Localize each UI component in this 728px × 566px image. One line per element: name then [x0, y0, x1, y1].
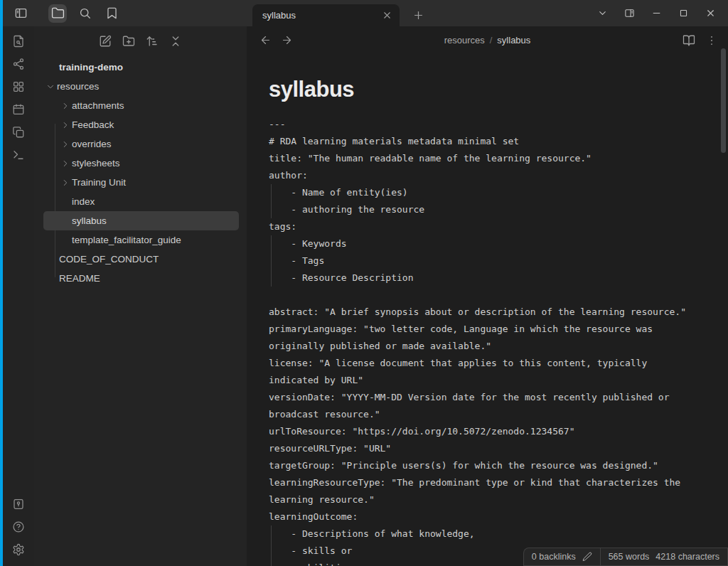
tree-item-label: attachments — [72, 100, 124, 111]
files-tab-icon — [51, 6, 65, 20]
vault-title[interactable]: training-demo — [43, 58, 239, 77]
editor-pane: resources / syllabus syllabus ---# RDA l… — [247, 0, 728, 566]
reading-view-button[interactable] — [682, 34, 695, 47]
tree-item-template-facilitator-guide[interactable]: template_facilitator_guide — [43, 230, 239, 250]
tree-item-label: syllabus — [72, 215, 107, 226]
chevron-right-icon[interactable] — [60, 159, 70, 169]
editor-line: tags: — [269, 218, 702, 235]
tree-item-label: overrides — [72, 139, 112, 149]
tree-item-feedback[interactable]: Feedback — [43, 115, 239, 134]
workspace-switcher — [3, 4, 121, 23]
new-tab-button[interactable] — [408, 5, 428, 25]
settings-gear-button[interactable] — [12, 543, 25, 556]
canvas-icon — [12, 80, 25, 93]
daily-note-calendar-button[interactable] — [12, 103, 25, 116]
tree-item-readme[interactable]: README — [43, 269, 239, 288]
tree-item-index[interactable]: index — [43, 192, 239, 211]
more-options-button[interactable] — [705, 34, 718, 47]
tree-item-resources[interactable]: resources — [43, 77, 239, 96]
editor-line: --- — [269, 116, 702, 133]
terminal-button[interactable] — [12, 149, 25, 161]
editor-line: learningResourceType: "The predominant t… — [269, 474, 702, 491]
editor-line: - Tags — [269, 252, 702, 269]
templates-copy-button[interactable] — [12, 126, 25, 139]
tree-item-label: README — [59, 273, 100, 284]
editor-line: author: — [269, 167, 702, 184]
tab-list-chevron-button[interactable] — [589, 3, 616, 24]
files-tab-button[interactable] — [48, 4, 67, 23]
tree-item-label: template_facilitator_guide — [72, 235, 181, 245]
tree-item-label: stylesheets — [72, 158, 120, 169]
vault-switcher-button[interactable] — [12, 498, 25, 511]
word-count: 565 words — [609, 552, 650, 562]
editor-line: learningOutcome: — [269, 508, 702, 525]
forward-arrow-button[interactable] — [281, 34, 293, 46]
new-folder-button[interactable] — [120, 33, 137, 50]
editor-body: resources / syllabus syllabus ---# RDA l… — [247, 26, 728, 566]
edit-mode-pencil-icon[interactable] — [582, 552, 592, 562]
maximize-button[interactable] — [670, 3, 697, 24]
right-sidebar-toggle-button[interactable] — [616, 3, 643, 24]
templates-copy-icon — [12, 126, 25, 139]
tab-close-icon[interactable] — [382, 10, 392, 21]
chevron-down-icon[interactable] — [46, 82, 55, 92]
tree-item-attachments[interactable]: attachments — [43, 96, 239, 115]
tree-item-label: Feedback — [72, 119, 114, 130]
help-button[interactable] — [12, 520, 25, 533]
tab-syllabus[interactable]: syllabus — [252, 4, 400, 26]
bookmarks-tab-button[interactable] — [102, 4, 121, 23]
tree-item-syllabus[interactable]: syllabus — [43, 211, 239, 230]
editor-line: versionDate: "YYYY-MM-DD Version date fo… — [269, 389, 702, 406]
editor-line: broadcast resource." — [269, 406, 702, 423]
history-nav — [247, 34, 293, 46]
window-controls — [589, 0, 724, 26]
file-search-button[interactable] — [12, 35, 25, 48]
close-button[interactable] — [697, 3, 724, 24]
chevron-right-icon[interactable] — [60, 101, 70, 111]
tree-item-label: index — [72, 196, 95, 207]
tree-item-training-unit[interactable]: Training Unit — [43, 173, 239, 192]
editor-line: learning resource." — [269, 491, 702, 508]
new-folder-icon — [122, 35, 135, 48]
back-arrow-button[interactable] — [259, 34, 272, 46]
tree-item-code-of-conduct[interactable]: CODE_OF_CONDUCT — [43, 250, 239, 269]
settings-gear-icon — [12, 543, 25, 556]
backlinks-status[interactable]: 0 backlinks — [523, 548, 600, 566]
title-bar: syllabus — [3, 0, 728, 26]
editor-line: # RDA learning materials metadata minima… — [269, 133, 702, 150]
tree-item-overrides[interactable]: overrides — [43, 134, 239, 154]
search-tab-icon — [78, 6, 92, 20]
status-bar: 0 backlinks 565 words 4218 characters — [523, 548, 728, 566]
bookmarks-tab-icon — [105, 6, 119, 20]
chevron-right-icon[interactable] — [60, 120, 70, 130]
left-sidebar-toggle-button[interactable] — [11, 4, 30, 23]
breadcrumb-parent[interactable]: resources — [444, 35, 485, 46]
search-tab-button[interactable] — [75, 4, 94, 23]
editor-line: license: "A license document that applie… — [269, 355, 702, 372]
collapse-all-button[interactable] — [167, 33, 184, 50]
canvas-button[interactable] — [12, 80, 25, 93]
document-content[interactable]: ---# RDA learning materials metadata min… — [269, 116, 702, 566]
chevron-right-icon[interactable] — [60, 178, 70, 188]
tree-item-stylesheets[interactable]: stylesheets — [43, 154, 239, 173]
tab-list-chevron-icon — [597, 8, 608, 18]
chevron-right-icon[interactable] — [60, 139, 70, 149]
scrollbar-thumb[interactable] — [721, 48, 726, 153]
new-tab-icon — [412, 9, 424, 21]
ribbon-bottom-group — [12, 498, 25, 556]
minimize-button[interactable] — [643, 3, 670, 24]
graph-view-button[interactable] — [12, 58, 25, 70]
reading-view-icon — [682, 34, 695, 47]
inline-document-title[interactable]: syllabus — [269, 77, 354, 102]
new-note-button[interactable] — [97, 33, 114, 50]
editor-line — [269, 287, 702, 304]
view-header: resources / syllabus — [247, 26, 728, 54]
editor-line: originally published or made available." — [269, 338, 702, 355]
breadcrumb-current[interactable]: syllabus — [497, 35, 530, 46]
editor-line: targetGroup: "Principle users(s) for whi… — [269, 457, 702, 474]
sort-order-button[interactable] — [144, 33, 161, 50]
vault-switcher-icon — [12, 498, 25, 511]
tree-item-label: CODE_OF_CONDUCT — [59, 254, 159, 265]
breadcrumb-separator: / — [490, 35, 493, 46]
editor-line: primaryLanguage: "two letter code, Langu… — [269, 321, 702, 338]
